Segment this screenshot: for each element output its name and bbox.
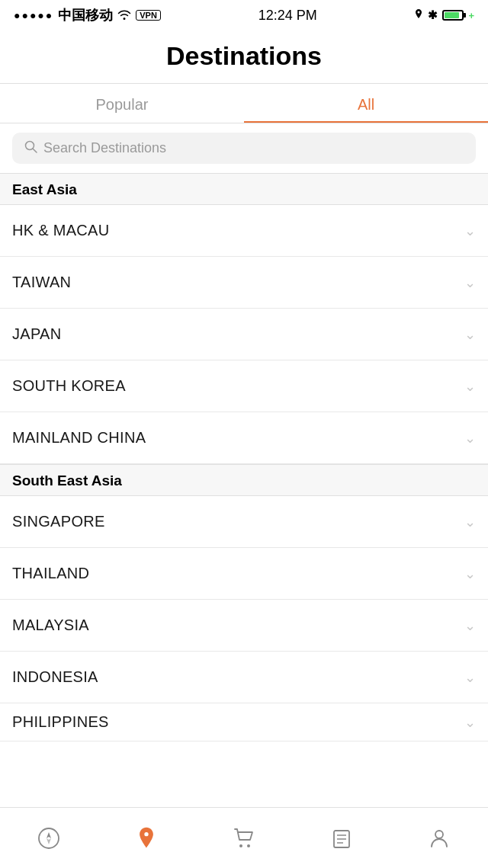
wifi-icon <box>117 8 131 24</box>
list-item-south-korea[interactable]: SOUTH KOREA ⌄ <box>0 360 488 412</box>
tabs-container: Popular All <box>0 84 488 123</box>
list-item-hk-macau[interactable]: HK & MACAU ⌄ <box>0 205 488 257</box>
list-item-singapore[interactable]: SINGAPORE ⌄ <box>0 496 488 548</box>
section-header-east-asia: East Asia <box>0 173 488 205</box>
svg-marker-4 <box>47 838 51 844</box>
chevron-down-icon: ⌄ <box>464 223 476 239</box>
chevron-down-icon: ⌄ <box>464 669 476 686</box>
nav-title: Destinations <box>0 30 488 84</box>
tab-popular[interactable]: Popular <box>0 84 244 123</box>
status-time: 12:24 PM <box>258 8 317 24</box>
charging-icon: + <box>468 10 474 21</box>
carrier-label: 中国移动 <box>58 6 113 24</box>
list-item-taiwan[interactable]: TAIWAN ⌄ <box>0 257 488 309</box>
chevron-down-icon: ⌄ <box>464 378 476 395</box>
svg-point-5 <box>239 844 242 847</box>
list-item-mainland-china[interactable]: MAINLAND CHINA ⌄ <box>0 412 488 464</box>
cart-icon <box>232 826 256 850</box>
search-container: Search Destinations <box>0 123 488 173</box>
status-left: ●●●●● 中国移动 VPN <box>14 6 161 24</box>
person-icon <box>427 826 451 850</box>
chevron-down-icon: ⌄ <box>464 326 476 343</box>
bottom-tab-bar <box>0 807 488 868</box>
chevron-down-icon: ⌄ <box>464 274 476 291</box>
list-item-malaysia[interactable]: MALAYSIA ⌄ <box>0 600 488 652</box>
list-item-thailand[interactable]: THAILAND ⌄ <box>0 548 488 600</box>
chevron-down-icon: ⌄ <box>464 430 476 447</box>
pin-icon <box>134 826 159 850</box>
location-icon <box>414 9 423 22</box>
battery-icon <box>442 10 464 21</box>
tab-all[interactable]: All <box>244 84 488 123</box>
svg-point-2 <box>39 828 59 848</box>
search-icon <box>24 140 37 156</box>
section-header-south-east-asia: South East Asia <box>0 464 488 496</box>
status-right: ✱ + <box>414 8 474 22</box>
page-title: Destinations <box>0 41 488 71</box>
chevron-down-icon: ⌄ <box>464 714 476 731</box>
svg-point-11 <box>435 831 443 838</box>
bottom-tab-profile[interactable] <box>390 808 488 868</box>
signal-dots: ●●●●● <box>14 9 53 21</box>
svg-point-6 <box>247 844 250 847</box>
vpn-badge: VPN <box>136 10 161 21</box>
list-item-japan[interactable]: JAPAN ⌄ <box>0 309 488 360</box>
status-bar: ●●●●● 中国移动 VPN 12:24 PM ✱ + <box>0 0 488 30</box>
list-item-philippines[interactable]: PHILIPPINES ⌄ <box>0 703 488 741</box>
svg-marker-3 <box>47 832 51 838</box>
chevron-down-icon: ⌄ <box>464 514 476 530</box>
bluetooth-icon: ✱ <box>428 8 438 22</box>
bottom-tab-cart[interactable] <box>195 808 293 868</box>
bottom-tab-destinations[interactable] <box>98 808 195 868</box>
search-bar[interactable]: Search Destinations <box>12 133 476 164</box>
svg-line-1 <box>33 149 37 152</box>
list-item-indonesia[interactable]: INDONESIA ⌄ <box>0 652 488 703</box>
bottom-tab-orders[interactable] <box>293 808 390 868</box>
compass-icon <box>37 826 61 850</box>
bottom-tab-explore[interactable] <box>0 808 98 868</box>
chevron-down-icon: ⌄ <box>464 617 476 634</box>
search-placeholder: Search Destinations <box>43 140 166 156</box>
chevron-down-icon: ⌄ <box>464 565 476 582</box>
list-icon <box>329 826 354 850</box>
